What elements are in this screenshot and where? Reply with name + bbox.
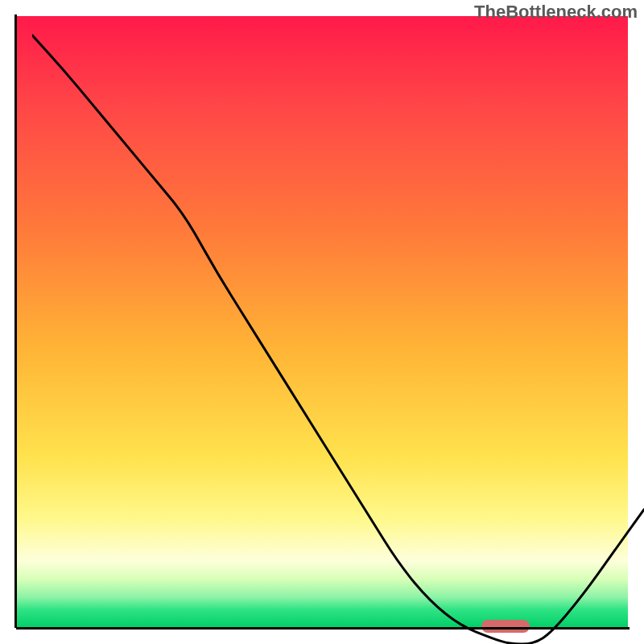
bottleneck-chart: TheBottleneck.com — [0, 0, 644, 644]
plot-area — [16, 16, 628, 628]
y-axis — [14, 14, 17, 628]
optimal-range-marker — [481, 620, 530, 633]
bottleneck-curve-line — [32, 35, 644, 644]
x-axis — [16, 627, 630, 630]
watermark-text: TheBottleneck.com — [474, 2, 638, 23]
curve-layer — [32, 32, 644, 644]
